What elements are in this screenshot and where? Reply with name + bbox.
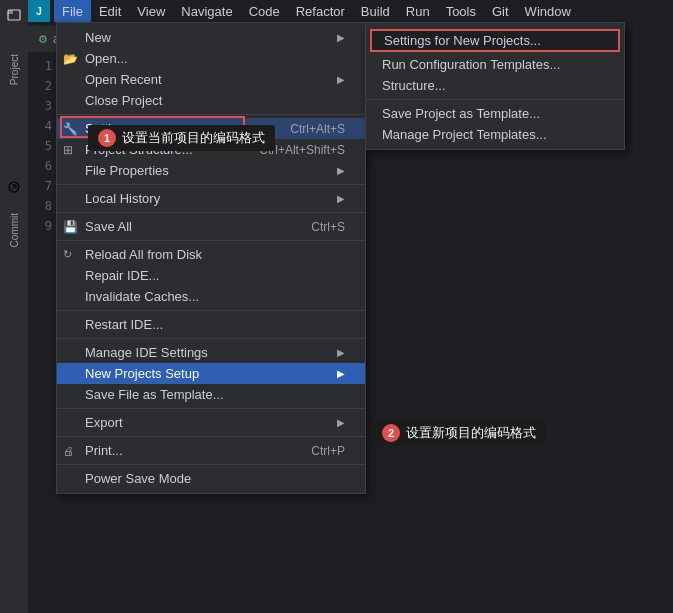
file-menu-dropdown: New ▶ 📂 Open... Open Recent ▶ Close Proj…: [56, 22, 366, 494]
menu-code[interactable]: Code: [241, 0, 288, 22]
badge2-tooltip: 2 设置新项目的编码格式: [372, 420, 546, 446]
left-sidebar: Project Commit: [0, 0, 28, 613]
menu-export[interactable]: Export ▶: [57, 412, 365, 433]
menu-manage-ide-settings[interactable]: Manage IDE Settings ▶: [57, 342, 365, 363]
menu-file-properties[interactable]: File Properties ▶: [57, 160, 365, 181]
menu-open-recent-arrow: ▶: [337, 74, 345, 85]
print-shortcut: Ctrl+P: [311, 444, 345, 458]
folder-icon: 📂: [63, 52, 78, 66]
menu-repair-ide-label: Repair IDE...: [85, 268, 159, 283]
submenu-save-project-template[interactable]: Save Project as Template...: [366, 103, 624, 124]
menu-reload-label: Reload All from Disk: [85, 247, 202, 262]
menu-power-save-label: Power Save Mode: [85, 471, 191, 486]
menu-open-recent-label: Open Recent: [85, 72, 162, 87]
badge-2: 2: [382, 424, 400, 442]
commit-label: Commit: [9, 213, 20, 247]
menu-file[interactable]: File: [54, 0, 91, 22]
menu-window[interactable]: Window: [517, 0, 579, 22]
menu-repair-ide[interactable]: Repair IDE...: [57, 265, 365, 286]
settings-tooltip-text: 设置当前项目的编码格式: [122, 129, 265, 147]
separator-7: [57, 408, 365, 409]
menu-save-all-label: Save All: [85, 219, 132, 234]
menu-open-label: Open...: [85, 51, 128, 66]
menu-new-arrow: ▶: [337, 32, 345, 43]
menu-save-file-template[interactable]: Save File as Template...: [57, 384, 365, 405]
menu-view[interactable]: View: [129, 0, 173, 22]
menu-build[interactable]: Build: [353, 0, 398, 22]
submenu-structure[interactable]: Structure...: [366, 75, 624, 96]
submenu-settings-new-projects[interactable]: Settings for New Projects...: [370, 29, 620, 52]
local-history-arrow: ▶: [337, 193, 345, 204]
separator-4: [57, 240, 365, 241]
menu-export-label: Export: [85, 415, 123, 430]
menu-invalidate-caches-label: Invalidate Caches...: [85, 289, 199, 304]
separator-6: [57, 338, 365, 339]
separator-5: [57, 310, 365, 311]
submenu-structure-label: Structure...: [382, 78, 446, 93]
line-numbers: 12345 6789: [28, 52, 58, 236]
menu-tools[interactable]: Tools: [438, 0, 484, 22]
menu-close-project[interactable]: Close Project: [57, 90, 365, 111]
separator-1: [57, 114, 365, 115]
menu-local-history[interactable]: Local History ▶: [57, 188, 365, 209]
menu-invalidate-caches[interactable]: Invalidate Caches...: [57, 286, 365, 307]
separator-9: [57, 464, 365, 465]
project-label: Project: [9, 54, 20, 85]
submenu-settings-new-projects-label: Settings for New Projects...: [384, 33, 541, 48]
badge2-tooltip-text: 设置新项目的编码格式: [406, 424, 536, 442]
app-icon: J: [28, 0, 50, 22]
menu-power-save[interactable]: Power Save Mode: [57, 468, 365, 489]
menu-open[interactable]: 📂 Open...: [57, 48, 365, 69]
svg-text:J: J: [36, 6, 42, 17]
menu-close-project-label: Close Project: [85, 93, 162, 108]
submenu-manage-project-templates[interactable]: Manage Project Templates...: [366, 124, 624, 145]
submenu-new-projects: Settings for New Projects... Run Configu…: [365, 22, 625, 150]
grid-icon: ⊞: [63, 143, 73, 157]
submenu-save-project-template-label: Save Project as Template...: [382, 106, 540, 121]
svg-rect-1: [8, 10, 13, 14]
manage-ide-settings-arrow: ▶: [337, 347, 345, 358]
file-properties-arrow: ▶: [337, 165, 345, 176]
menu-print[interactable]: 🖨 Print... Ctrl+P: [57, 440, 365, 461]
menu-new-label: New: [85, 30, 111, 45]
menu-run[interactable]: Run: [398, 0, 438, 22]
separator-3: [57, 212, 365, 213]
menu-restart-ide[interactable]: Restart IDE...: [57, 314, 365, 335]
separator-8: [57, 436, 365, 437]
menu-print-label: Print...: [85, 443, 123, 458]
new-projects-setup-arrow: ▶: [337, 368, 345, 379]
sidebar-icon-project[interactable]: [3, 4, 25, 26]
menu-refactor[interactable]: Refactor: [288, 0, 353, 22]
menu-local-history-label: Local History: [85, 191, 160, 206]
menu-save-file-template-label: Save File as Template...: [85, 387, 224, 402]
settings-tooltip: 1 设置当前项目的编码格式: [88, 125, 275, 151]
save-all-shortcut: Ctrl+S: [311, 220, 345, 234]
menu-edit[interactable]: Edit: [91, 0, 129, 22]
submenu-manage-project-templates-label: Manage Project Templates...: [382, 127, 547, 142]
tab-icon-prop: ⚙: [38, 33, 48, 46]
save-icon: 💾: [63, 220, 78, 234]
export-arrow: ▶: [337, 417, 345, 428]
wrench-icon: 🔧: [63, 122, 78, 136]
menu-navigate[interactable]: Navigate: [173, 0, 240, 22]
menu-new-projects-setup-label: New Projects Setup: [85, 366, 199, 381]
menu-git[interactable]: Git: [484, 0, 517, 22]
menu-file-properties-label: File Properties: [85, 163, 169, 178]
submenu-separator: [366, 99, 624, 100]
menu-new[interactable]: New ▶: [57, 27, 365, 48]
menu-reload[interactable]: ↻ Reload All from Disk: [57, 244, 365, 265]
menu-manage-ide-settings-label: Manage IDE Settings: [85, 345, 208, 360]
submenu-run-config-label: Run Configuration Templates...: [382, 57, 560, 72]
print-icon: 🖨: [63, 445, 74, 457]
menu-bar: J File Edit View Navigate Code Refactor …: [28, 0, 673, 22]
menu-restart-ide-label: Restart IDE...: [85, 317, 163, 332]
settings-shortcut: Ctrl+Alt+S: [290, 122, 345, 136]
menu-open-recent[interactable]: Open Recent ▶: [57, 69, 365, 90]
separator-2: [57, 184, 365, 185]
badge-1: 1: [98, 129, 116, 147]
submenu-run-config-templates[interactable]: Run Configuration Templates...: [366, 54, 624, 75]
reload-icon: ↻: [63, 248, 72, 261]
menu-save-all[interactable]: 💾 Save All Ctrl+S: [57, 216, 365, 237]
menu-new-projects-setup[interactable]: New Projects Setup ▶: [57, 363, 365, 384]
